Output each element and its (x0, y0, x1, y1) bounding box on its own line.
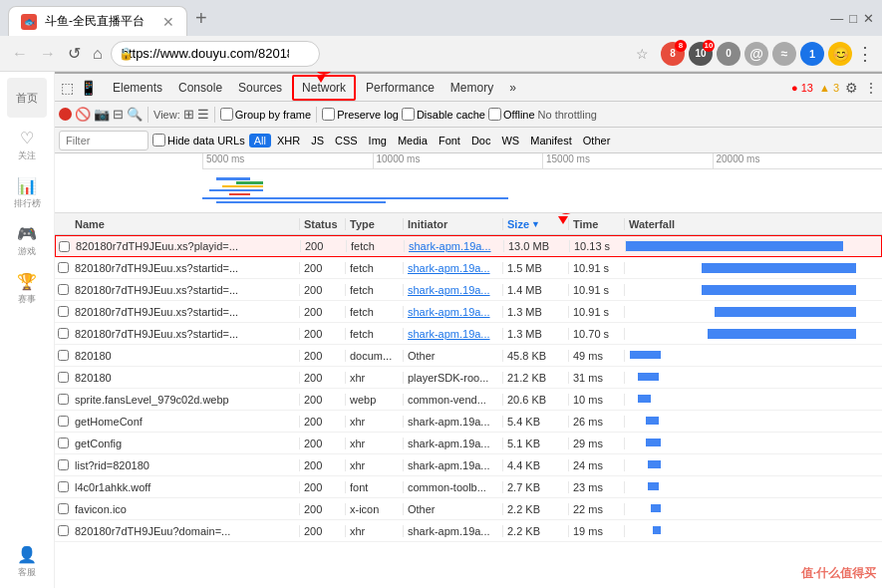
row-checkbox[interactable] (58, 372, 69, 383)
offline-label[interactable]: Offline (488, 108, 535, 121)
browser-tab[interactable]: 🐟 斗鱼-全民直播平台 ✕ (8, 6, 187, 36)
col-header-waterfall[interactable]: Waterfall (625, 218, 882, 230)
preserve-log-checkbox[interactable] (322, 108, 335, 121)
col-header-time[interactable]: Time (569, 218, 625, 230)
group-by-frame-checkbox[interactable] (220, 108, 233, 121)
sidebar-item-esports[interactable]: 🏆 赛事 (5, 267, 49, 311)
row-checkbox[interactable] (58, 459, 69, 470)
reload-button[interactable]: ↺ (64, 42, 85, 65)
col-header-name[interactable]: Name (71, 218, 300, 230)
tab-performance[interactable]: Performance (358, 73, 442, 103)
hide-data-urls-label[interactable]: Hide data URLs (152, 134, 245, 147)
filter-img[interactable]: Img (364, 134, 392, 147)
tab-network[interactable]: Network ① (292, 75, 356, 101)
restore-icon[interactable]: □ (849, 11, 857, 26)
bookmark-icon[interactable]: ☆ (636, 46, 649, 62)
tab-more[interactable]: » (501, 73, 524, 103)
filter-toggle-icon[interactable]: ⊟ (113, 107, 124, 122)
row-checkbox[interactable] (58, 350, 69, 361)
tab-memory[interactable]: Memory (442, 73, 501, 103)
filter-js[interactable]: JS (306, 134, 329, 147)
extension-icon-1[interactable]: 88 (661, 42, 685, 66)
clear-button[interactable]: 🚫 (75, 107, 91, 122)
menu-icon[interactable]: ⋮ (856, 43, 874, 65)
tab-elements[interactable]: Elements (105, 73, 170, 103)
col-header-size[interactable]: Size ▼ ② (503, 218, 569, 230)
device-icon[interactable]: 📱 (78, 78, 99, 98)
col-header-status[interactable]: Status (300, 218, 346, 230)
profile-icon[interactable]: 😊 (828, 42, 852, 66)
record-button[interactable] (59, 108, 72, 121)
back-button[interactable]: ← (8, 43, 32, 65)
tab-close-button[interactable]: ✕ (162, 14, 174, 30)
devtools-menu-icon[interactable]: ⋮ (864, 80, 878, 96)
row-checkbox[interactable] (58, 525, 69, 536)
filter-ws[interactable]: WS (496, 134, 524, 147)
list-view-icon[interactable]: ☰ (197, 107, 209, 122)
table-row[interactable]: favicon.ico 200 x-icon Other 2.2 KB 22 m… (55, 498, 882, 520)
new-tab-button[interactable]: + (187, 7, 215, 30)
row-initiator[interactable]: shark-apm.19a... (404, 306, 503, 318)
sidebar-item-follow[interactable]: ♡ 关注 (5, 124, 49, 167)
table-row[interactable]: 820180r7dTH9JEuu.xs?startid=... 200 fetc… (55, 279, 882, 301)
table-row[interactable]: 820180r7dTH9JEuu.xs?startid=... 200 fetc… (55, 301, 882, 323)
table-row[interactable]: l4c0r1ahkk.woff 200 font common-toolb...… (55, 476, 882, 498)
row-checkbox[interactable] (58, 503, 69, 514)
row-checkbox[interactable] (58, 284, 69, 295)
col-header-initiator[interactable]: Initiator (404, 218, 503, 230)
forward-button[interactable]: → (36, 43, 60, 65)
filter-css[interactable]: CSS (330, 134, 363, 147)
filter-font[interactable]: Font (434, 134, 465, 147)
extension-icon-4[interactable]: @ (744, 42, 768, 66)
offline-checkbox[interactable] (488, 108, 501, 121)
inspect-icon[interactable]: ⬚ (59, 78, 76, 98)
sidebar-item-service[interactable]: 👤 客服 (5, 544, 49, 588)
row-initiator[interactable]: shark-apm.19a... (405, 240, 504, 252)
group-by-frame-label[interactable]: Group by frame (220, 108, 311, 121)
hide-data-urls-checkbox[interactable] (152, 134, 165, 147)
sidebar-item-home[interactable]: 首页 (5, 76, 49, 120)
row-checkbox[interactable] (58, 438, 69, 448)
row-checkbox[interactable] (58, 481, 69, 492)
table-row[interactable]: 820180r7dTH9JEuu?domain=... 200 xhr shar… (55, 520, 882, 542)
row-checkbox[interactable] (58, 394, 69, 405)
extension-icon-3[interactable]: 0 (717, 42, 740, 66)
table-row[interactable]: getConfig 200 xhr shark-apm.19a... 5.1 K… (55, 433, 882, 454)
table-row[interactable]: sprite.fansLevel_979c02d.webp 200 webp c… (55, 389, 882, 411)
settings-icon[interactable]: ⚙ (845, 80, 858, 96)
table-row[interactable]: 820180 200 docum... Other 45.8 KB 49 ms (55, 345, 882, 367)
filter-other[interactable]: Other (578, 134, 616, 147)
table-row[interactable]: 820180 200 xhr playerSDK-roo... 21.2 KB … (55, 367, 882, 389)
row-checkbox[interactable] (58, 262, 69, 273)
extension-icon-6[interactable]: 1 (800, 42, 824, 66)
preserve-log-label[interactable]: Preserve log (322, 108, 399, 121)
minimize-icon[interactable]: — (830, 11, 843, 26)
url-input[interactable] (111, 41, 320, 67)
row-checkbox[interactable] (59, 241, 70, 252)
home-button[interactable]: ⌂ (89, 43, 107, 65)
tab-sources[interactable]: Sources (230, 73, 290, 103)
filter-all[interactable]: All (249, 134, 271, 147)
filter-manifest[interactable]: Manifest (525, 134, 577, 147)
tab-console[interactable]: Console (170, 73, 230, 103)
table-row[interactable]: 820180r7dTH9JEuu.xs?startid=... 200 fetc… (55, 257, 882, 279)
filter-doc[interactable]: Doc (466, 134, 496, 147)
disable-cache-checkbox[interactable] (402, 108, 415, 121)
table-row[interactable]: list?rid=820180 200 xhr shark-apm.19a...… (55, 454, 882, 476)
extension-icon-2[interactable]: 1010 (689, 42, 713, 66)
screenshot-button[interactable]: 📷 (94, 107, 110, 122)
row-checkbox[interactable] (58, 328, 69, 339)
sidebar-item-game[interactable]: 🎮 游戏 (5, 219, 49, 263)
row-checkbox[interactable] (58, 416, 69, 427)
grid-view-icon[interactable]: ⊞ (183, 107, 194, 122)
table-row[interactable]: 820180r7dTH9JEuu.xs?playid=... 200 fetch… (55, 235, 882, 257)
search-button[interactable]: 🔍 (127, 107, 143, 122)
filter-media[interactable]: Media (393, 134, 433, 147)
table-row[interactable]: getHomeConf 200 xhr shark-apm.19a... 5.4… (55, 411, 882, 433)
row-initiator[interactable]: shark-apm.19a... (404, 284, 503, 296)
col-header-type[interactable]: Type (346, 218, 404, 230)
row-checkbox[interactable] (58, 306, 69, 317)
table-row[interactable]: 820180r7dTH9JEuu.xs?startid=... 200 fetc… (55, 323, 882, 345)
filter-input[interactable] (59, 131, 148, 150)
extension-icon-5[interactable]: ≈ (772, 42, 796, 66)
